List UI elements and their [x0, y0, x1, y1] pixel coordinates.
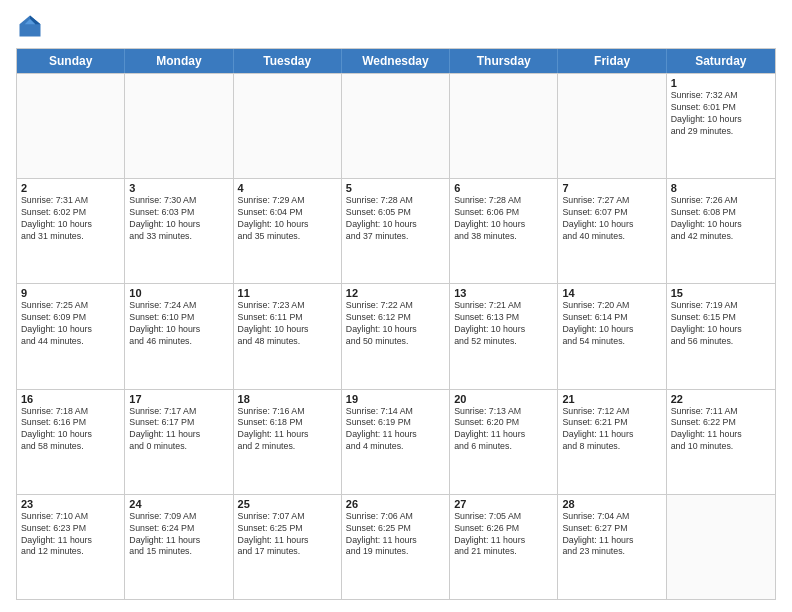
calendar-cell: 21Sunrise: 7:12 AM Sunset: 6:21 PM Dayli…: [558, 390, 666, 494]
day-number: 6: [454, 182, 553, 194]
calendar-cell: 27Sunrise: 7:05 AM Sunset: 6:26 PM Dayli…: [450, 495, 558, 599]
day-number: 23: [21, 498, 120, 510]
day-info: Sunrise: 7:25 AM Sunset: 6:09 PM Dayligh…: [21, 300, 120, 348]
calendar-cell: 6Sunrise: 7:28 AM Sunset: 6:06 PM Daylig…: [450, 179, 558, 283]
day-info: Sunrise: 7:28 AM Sunset: 6:05 PM Dayligh…: [346, 195, 445, 243]
day-number: 12: [346, 287, 445, 299]
logo: [16, 12, 48, 40]
day-number: 20: [454, 393, 553, 405]
calendar-cell: 13Sunrise: 7:21 AM Sunset: 6:13 PM Dayli…: [450, 284, 558, 388]
day-number: 26: [346, 498, 445, 510]
day-number: 14: [562, 287, 661, 299]
calendar-cell: 4Sunrise: 7:29 AM Sunset: 6:04 PM Daylig…: [234, 179, 342, 283]
calendar-cell: 22Sunrise: 7:11 AM Sunset: 6:22 PM Dayli…: [667, 390, 775, 494]
calendar-cell: 18Sunrise: 7:16 AM Sunset: 6:18 PM Dayli…: [234, 390, 342, 494]
day-info: Sunrise: 7:16 AM Sunset: 6:18 PM Dayligh…: [238, 406, 337, 454]
day-number: 25: [238, 498, 337, 510]
day-info: Sunrise: 7:05 AM Sunset: 6:26 PM Dayligh…: [454, 511, 553, 559]
day-info: Sunrise: 7:06 AM Sunset: 6:25 PM Dayligh…: [346, 511, 445, 559]
header: [16, 12, 776, 40]
day-number: 21: [562, 393, 661, 405]
day-number: 13: [454, 287, 553, 299]
calendar-cell: 3Sunrise: 7:30 AM Sunset: 6:03 PM Daylig…: [125, 179, 233, 283]
calendar-cell: 24Sunrise: 7:09 AM Sunset: 6:24 PM Dayli…: [125, 495, 233, 599]
day-info: Sunrise: 7:09 AM Sunset: 6:24 PM Dayligh…: [129, 511, 228, 559]
day-number: 24: [129, 498, 228, 510]
day-number: 9: [21, 287, 120, 299]
calendar-cell: 23Sunrise: 7:10 AM Sunset: 6:23 PM Dayli…: [17, 495, 125, 599]
calendar-cell: [558, 74, 666, 178]
calendar-cell: [17, 74, 125, 178]
day-number: 7: [562, 182, 661, 194]
calendar-cell: 11Sunrise: 7:23 AM Sunset: 6:11 PM Dayli…: [234, 284, 342, 388]
day-number: 3: [129, 182, 228, 194]
calendar-cell: 17Sunrise: 7:17 AM Sunset: 6:17 PM Dayli…: [125, 390, 233, 494]
day-info: Sunrise: 7:24 AM Sunset: 6:10 PM Dayligh…: [129, 300, 228, 348]
calendar-cell: 5Sunrise: 7:28 AM Sunset: 6:05 PM Daylig…: [342, 179, 450, 283]
page: SundayMondayTuesdayWednesdayThursdayFrid…: [0, 0, 792, 612]
day-number: 1: [671, 77, 771, 89]
calendar-cell: 1Sunrise: 7:32 AM Sunset: 6:01 PM Daylig…: [667, 74, 775, 178]
day-number: 2: [21, 182, 120, 194]
calendar-cell: [667, 495, 775, 599]
calendar-cell: 2Sunrise: 7:31 AM Sunset: 6:02 PM Daylig…: [17, 179, 125, 283]
day-info: Sunrise: 7:32 AM Sunset: 6:01 PM Dayligh…: [671, 90, 771, 138]
day-number: 15: [671, 287, 771, 299]
calendar-header-cell: Saturday: [667, 49, 775, 73]
calendar-header-cell: Monday: [125, 49, 233, 73]
calendar-header-cell: Sunday: [17, 49, 125, 73]
calendar-cell: 28Sunrise: 7:04 AM Sunset: 6:27 PM Dayli…: [558, 495, 666, 599]
day-info: Sunrise: 7:27 AM Sunset: 6:07 PM Dayligh…: [562, 195, 661, 243]
calendar-cell: 19Sunrise: 7:14 AM Sunset: 6:19 PM Dayli…: [342, 390, 450, 494]
calendar-cell: 20Sunrise: 7:13 AM Sunset: 6:20 PM Dayli…: [450, 390, 558, 494]
calendar-header-cell: Tuesday: [234, 49, 342, 73]
day-info: Sunrise: 7:19 AM Sunset: 6:15 PM Dayligh…: [671, 300, 771, 348]
day-info: Sunrise: 7:17 AM Sunset: 6:17 PM Dayligh…: [129, 406, 228, 454]
day-info: Sunrise: 7:12 AM Sunset: 6:21 PM Dayligh…: [562, 406, 661, 454]
calendar-cell: 26Sunrise: 7:06 AM Sunset: 6:25 PM Dayli…: [342, 495, 450, 599]
day-number: 18: [238, 393, 337, 405]
calendar-cell: 12Sunrise: 7:22 AM Sunset: 6:12 PM Dayli…: [342, 284, 450, 388]
calendar-header-row: SundayMondayTuesdayWednesdayThursdayFrid…: [17, 49, 775, 73]
day-number: 16: [21, 393, 120, 405]
day-number: 28: [562, 498, 661, 510]
day-info: Sunrise: 7:11 AM Sunset: 6:22 PM Dayligh…: [671, 406, 771, 454]
day-info: Sunrise: 7:07 AM Sunset: 6:25 PM Dayligh…: [238, 511, 337, 559]
day-number: 19: [346, 393, 445, 405]
calendar-week-row: 16Sunrise: 7:18 AM Sunset: 6:16 PM Dayli…: [17, 389, 775, 494]
day-info: Sunrise: 7:30 AM Sunset: 6:03 PM Dayligh…: [129, 195, 228, 243]
calendar-cell: 8Sunrise: 7:26 AM Sunset: 6:08 PM Daylig…: [667, 179, 775, 283]
calendar-cell: [125, 74, 233, 178]
logo-icon: [16, 12, 44, 40]
day-info: Sunrise: 7:29 AM Sunset: 6:04 PM Dayligh…: [238, 195, 337, 243]
calendar-cell: 9Sunrise: 7:25 AM Sunset: 6:09 PM Daylig…: [17, 284, 125, 388]
day-number: 11: [238, 287, 337, 299]
day-info: Sunrise: 7:14 AM Sunset: 6:19 PM Dayligh…: [346, 406, 445, 454]
day-info: Sunrise: 7:10 AM Sunset: 6:23 PM Dayligh…: [21, 511, 120, 559]
calendar-body: 1Sunrise: 7:32 AM Sunset: 6:01 PM Daylig…: [17, 73, 775, 599]
calendar-week-row: 2Sunrise: 7:31 AM Sunset: 6:02 PM Daylig…: [17, 178, 775, 283]
day-number: 8: [671, 182, 771, 194]
calendar: SundayMondayTuesdayWednesdayThursdayFrid…: [16, 48, 776, 600]
day-info: Sunrise: 7:23 AM Sunset: 6:11 PM Dayligh…: [238, 300, 337, 348]
calendar-week-row: 9Sunrise: 7:25 AM Sunset: 6:09 PM Daylig…: [17, 283, 775, 388]
day-info: Sunrise: 7:13 AM Sunset: 6:20 PM Dayligh…: [454, 406, 553, 454]
day-number: 22: [671, 393, 771, 405]
calendar-cell: 15Sunrise: 7:19 AM Sunset: 6:15 PM Dayli…: [667, 284, 775, 388]
day-info: Sunrise: 7:31 AM Sunset: 6:02 PM Dayligh…: [21, 195, 120, 243]
day-info: Sunrise: 7:04 AM Sunset: 6:27 PM Dayligh…: [562, 511, 661, 559]
day-number: 27: [454, 498, 553, 510]
day-info: Sunrise: 7:28 AM Sunset: 6:06 PM Dayligh…: [454, 195, 553, 243]
calendar-cell: 7Sunrise: 7:27 AM Sunset: 6:07 PM Daylig…: [558, 179, 666, 283]
calendar-cell: [450, 74, 558, 178]
calendar-cell: 16Sunrise: 7:18 AM Sunset: 6:16 PM Dayli…: [17, 390, 125, 494]
calendar-cell: [234, 74, 342, 178]
day-number: 4: [238, 182, 337, 194]
calendar-cell: 25Sunrise: 7:07 AM Sunset: 6:25 PM Dayli…: [234, 495, 342, 599]
day-info: Sunrise: 7:20 AM Sunset: 6:14 PM Dayligh…: [562, 300, 661, 348]
calendar-header-cell: Thursday: [450, 49, 558, 73]
day-number: 5: [346, 182, 445, 194]
calendar-cell: 10Sunrise: 7:24 AM Sunset: 6:10 PM Dayli…: [125, 284, 233, 388]
day-info: Sunrise: 7:18 AM Sunset: 6:16 PM Dayligh…: [21, 406, 120, 454]
day-number: 17: [129, 393, 228, 405]
